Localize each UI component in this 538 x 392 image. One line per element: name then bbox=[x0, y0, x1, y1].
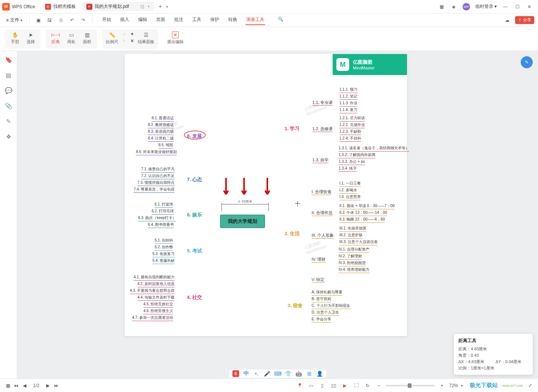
cloud-icon[interactable]: ☁ bbox=[503, 16, 511, 24]
share-button[interactable]: ⇪分享 bbox=[515, 16, 534, 24]
single-page-icon[interactable]: ▯ bbox=[318, 383, 327, 388]
tool-ruler[interactable]: 📏比例尺 bbox=[106, 32, 118, 45]
new-tab-menu[interactable]: ▾ bbox=[166, 4, 168, 9]
sogou-icon[interactable]: S bbox=[232, 370, 239, 377]
two-page-icon[interactable]: ▯▯ bbox=[330, 383, 338, 388]
open-icon[interactable]: ▣ bbox=[34, 16, 42, 24]
menu-tools[interactable]: 工具 bbox=[191, 15, 202, 25]
red-arrow bbox=[223, 178, 229, 200]
tool-perimeter[interactable]: ▭周长 bbox=[65, 32, 77, 45]
tool-area[interactable]: ▥面积 bbox=[81, 32, 93, 45]
comment-icon[interactable]: 💬 bbox=[5, 87, 12, 94]
menu-insert[interactable]: 插入 bbox=[119, 15, 130, 25]
bookmark-icon[interactable]: 🔖 bbox=[5, 56, 12, 63]
canvas[interactable]: M 亿图脑图MindMaster 亿图脑图MindMaster 亿图脑图Mind… bbox=[17, 51, 538, 378]
tab-document[interactable]: P 我的大学规划.pdf ⊡ • bbox=[82, 2, 154, 11]
save-icon[interactable]: 🖫 bbox=[45, 16, 54, 24]
menu-protect[interactable]: 保护 bbox=[209, 15, 220, 25]
snap2-icon[interactable]: ✕ bbox=[130, 38, 134, 44]
new-tab-button[interactable]: ＋ bbox=[155, 3, 165, 11]
zoom-in-icon[interactable]: + bbox=[438, 383, 446, 388]
ime-punct-icon[interactable]: •, bbox=[253, 370, 260, 377]
next-page-icon[interactable]: ▶ bbox=[44, 383, 52, 388]
expand-icon[interactable]: ⤢ bbox=[526, 383, 534, 388]
grid-icon[interactable]: ▦ bbox=[439, 3, 445, 10]
cube-icon[interactable]: ◈ bbox=[451, 3, 457, 10]
ime-person-icon[interactable]: 👤 bbox=[316, 370, 323, 377]
zoom-level[interactable]: 72% bbox=[449, 383, 458, 388]
leaf: I.3. 注意营养 bbox=[339, 194, 361, 200]
leaf: I.1. 一日三餐 bbox=[339, 181, 361, 187]
fit-width-icon[interactable]: ▭ bbox=[307, 383, 315, 388]
tool-distance[interactable]: ⊢⊣距离 bbox=[50, 32, 62, 45]
tab-close-icon[interactable]: • bbox=[148, 4, 149, 9]
leaf: 6.2. 打羽毛球 bbox=[152, 209, 174, 215]
ime-bar: S 中 •, 🎤 ⌨ 👕 🤖 ⊞ 👤 bbox=[229, 369, 326, 378]
ime-grid-icon[interactable]: ⊞ bbox=[306, 370, 313, 377]
group-pointer: ✋手型 ➤选择 bbox=[5, 29, 41, 49]
leaf: II.2. 午休 13：00——14：00 bbox=[339, 210, 387, 216]
leaf: 1.1.3. 作业 bbox=[339, 101, 357, 107]
tab-templates[interactable]: D 找稻壳模板 bbox=[41, 2, 80, 11]
line2-icon[interactable]: ⟍ bbox=[122, 38, 127, 44]
close-icon[interactable]: ✕ bbox=[526, 3, 533, 10]
redo-icon[interactable]: ↷ bbox=[79, 16, 87, 24]
prev-page-icon[interactable]: ◀ bbox=[20, 383, 29, 388]
leaf: 5.2. 别作弊 bbox=[155, 245, 173, 251]
page-indicator[interactable]: 1/2 bbox=[33, 383, 39, 388]
undo-icon[interactable]: ↶ bbox=[68, 16, 76, 24]
menu-edit[interactable]: 编辑 bbox=[137, 15, 148, 25]
leaf: 7.1. 接受自己的平凡 bbox=[141, 167, 175, 173]
leaf: 5.4. 查漏补缺 bbox=[152, 258, 175, 264]
print-icon[interactable]: ⎙ bbox=[57, 16, 65, 24]
thumbnail-icon[interactable]: ▤ bbox=[6, 72, 11, 79]
leaf: 4.3. 不要因为要合群而合群 bbox=[130, 288, 175, 294]
menu-start[interactable]: 开始 bbox=[101, 15, 112, 25]
tool-select[interactable]: ➤选择 bbox=[25, 32, 37, 45]
leaf: B. 坚守原则 bbox=[312, 296, 331, 302]
leaf: IV.4. 培养理财能力 bbox=[339, 267, 369, 273]
tab-menu-icon[interactable]: ⊡ bbox=[140, 4, 144, 9]
ime-skin-icon[interactable]: 👕 bbox=[285, 370, 292, 377]
ime-robot-icon[interactable]: 🤖 bbox=[295, 370, 302, 377]
layers-icon[interactable]: ❖ bbox=[6, 133, 11, 140]
ime-mic-icon[interactable]: 🎤 bbox=[264, 370, 271, 377]
tool-hand[interactable]: ✋手型 bbox=[9, 32, 21, 45]
fullscreen-icon[interactable]: ⛶ bbox=[352, 383, 360, 388]
leaf: 8.4. 计算机二级 bbox=[148, 136, 174, 142]
tool-result-panel[interactable]: ☰结果面板 bbox=[138, 32, 154, 45]
login-button[interactable]: 临时登录 ▾ bbox=[475, 3, 497, 10]
menu-annotate[interactable]: 批注 bbox=[173, 15, 184, 25]
zoom-slider[interactable] bbox=[386, 385, 435, 386]
leaf: 1.3.1. 读名著（鬼谷子，高情商聊天术等） bbox=[339, 146, 409, 152]
line1-icon[interactable]: ⟋ bbox=[122, 32, 127, 37]
ime-lang[interactable]: 中 bbox=[243, 370, 250, 377]
menu-page[interactable]: 页面 bbox=[155, 15, 166, 25]
page-list-icon[interactable]: ▦ bbox=[4, 383, 12, 388]
file-menu[interactable]: ≡文件▾ bbox=[4, 16, 25, 24]
menu-measure[interactable]: 测量工具 bbox=[246, 15, 265, 25]
zoom-out-icon[interactable]: − bbox=[375, 383, 383, 388]
tool-exit[interactable]: ✕退出编辑 bbox=[167, 32, 184, 45]
attachment-icon[interactable]: 📎 bbox=[5, 102, 12, 110]
search-icon[interactable]: 🔍 bbox=[276, 15, 285, 23]
menu-convert[interactable]: 转换 bbox=[228, 15, 238, 25]
last-page-icon[interactable]: ⏭ bbox=[52, 383, 60, 388]
floating-tool-icon[interactable]: ✎ bbox=[521, 56, 533, 68]
play-icon[interactable]: ▶ bbox=[341, 383, 349, 388]
sub-2-5: V. 待定 bbox=[312, 277, 324, 283]
sub-1-3: 1.3. 自学 bbox=[312, 157, 329, 163]
snap1-icon[interactable]: ✶ bbox=[130, 32, 134, 37]
marker-icon[interactable]: 📍 bbox=[296, 383, 304, 388]
first-page-icon[interactable]: ⏮ bbox=[12, 383, 20, 388]
maximize-icon[interactable]: ☐ bbox=[514, 3, 521, 10]
ime-keyboard-icon[interactable]: ⌨ bbox=[274, 370, 281, 377]
leaf: 1.2.2. 完成作业 bbox=[339, 122, 365, 128]
leaf: 1.2.4. 不挂科 bbox=[339, 136, 361, 142]
minimize-icon[interactable]: — bbox=[502, 3, 509, 10]
tab-label: 找稻壳模板 bbox=[53, 3, 76, 10]
measure-line: 4. 83厘米 bbox=[222, 204, 269, 204]
rotate-icon[interactable]: ↻ bbox=[363, 383, 372, 388]
sign-icon[interactable]: ✎ bbox=[6, 118, 11, 125]
avatar[interactable]: WP bbox=[463, 3, 470, 11]
